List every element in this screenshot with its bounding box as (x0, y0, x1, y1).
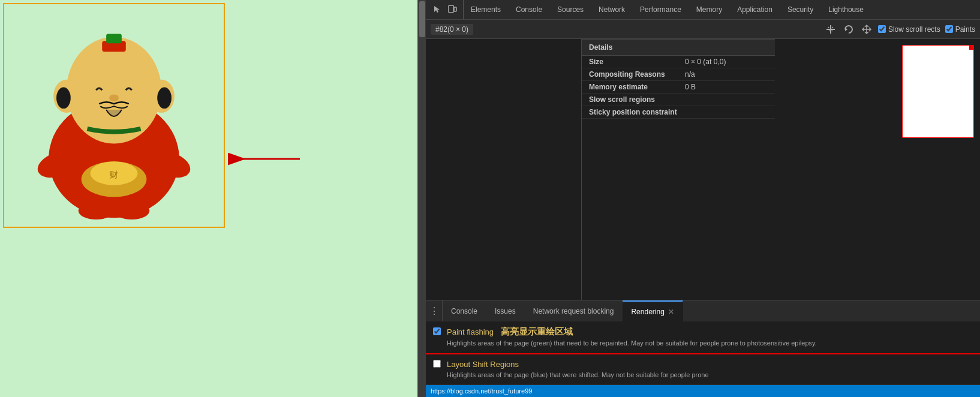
status-bar: https://blog.csdn.net/trust_future99 (426, 385, 980, 397)
bottom-tab-network-request-blocking[interactable]: Network request blocking (525, 300, 623, 321)
svg-point-2 (67, 37, 161, 143)
details-panel: Details Size 0 × 0 (at 0,0) Compositing … (582, 39, 775, 300)
slow-scroll-checkbox[interactable] (878, 25, 886, 33)
paint-flashing-subtitle: Highlights areas of the page (green) tha… (447, 339, 973, 348)
tab-console[interactable]: Console (509, 0, 550, 19)
details-row-memory: Memory estimate 0 B (582, 81, 775, 94)
layout-shift-subtitle: Highlights areas of the page (blue) that… (447, 371, 973, 380)
devtools-topbar: Elements Console Sources Network Perform… (426, 0, 980, 20)
bottom-tabs: ⋮ Console Issues Network request blockin… (426, 300, 980, 321)
preview-box (902, 45, 974, 138)
rendering-tab-close[interactable]: ✕ (668, 308, 674, 316)
svg-point-16 (114, 201, 149, 219)
tab-memory[interactable]: Memory (689, 0, 730, 19)
layout-shift-text: Layout Shift Regions Highlights areas of… (447, 359, 973, 380)
device-icon[interactable] (446, 4, 458, 16)
rotate-icon[interactable] (842, 23, 855, 36)
figurine-image: 财 (4, 4, 224, 227)
devtools-panel: Elements Console Sources Network Perform… (426, 0, 980, 397)
paints-checkbox-label[interactable]: Paints (945, 25, 975, 34)
bottom-tab-issues[interactable]: Issues (486, 300, 525, 321)
svg-rect-19 (449, 5, 453, 13)
bottom-tab-rendering[interactable]: Rendering ✕ (623, 300, 683, 321)
webpage-panel: 财 (0, 0, 426, 397)
layout-shift-checkbox[interactable] (433, 360, 441, 368)
paints-checkbox[interactable] (945, 25, 953, 33)
layout-shift-title: Layout Shift Regions (447, 360, 519, 369)
move-icon[interactable] (860, 23, 873, 36)
paint-flashing-checkbox[interactable] (433, 327, 441, 335)
scrollbar-thumb[interactable] (419, 1, 425, 37)
pan-tool-icon[interactable] (824, 23, 837, 36)
devtools-icon-group (426, 0, 464, 19)
svg-point-8 (56, 88, 71, 109)
frame-tag: #82(0 × 0) (431, 24, 473, 35)
toolbar-controls: Slow scroll rects Paints (824, 23, 975, 36)
paint-flashing-item: Paint flashing 高亮显示重绘区域 Highlights areas… (426, 321, 980, 353)
details-row-sticky: Sticky position constraint (582, 106, 775, 119)
status-url: https://blog.csdn.net/trust_future99 (431, 387, 532, 395)
layer-list[interactable] (426, 39, 582, 300)
layout-shift-item: Layout Shift Regions Highlights areas of… (426, 354, 980, 385)
rendering-panel: Paint flashing 高亮显示重绘区域 Highlights areas… (426, 321, 980, 385)
bottom-tab-console[interactable]: Console (443, 300, 486, 321)
tab-lighthouse[interactable]: Lighthouse (821, 0, 871, 19)
sub-header: #82(0 × 0) Slow (426, 20, 980, 39)
scrollbar[interactable] (417, 0, 426, 397)
paint-flashing-text: Paint flashing 高亮显示重绘区域 Highlights areas… (447, 326, 973, 348)
preview-corner-indicator (969, 45, 974, 50)
svg-rect-20 (454, 7, 456, 11)
slow-scroll-checkbox-label[interactable]: Slow scroll rects (878, 25, 940, 34)
svg-marker-21 (845, 28, 847, 31)
svg-text:财: 财 (110, 170, 118, 179)
tab-security[interactable]: Security (780, 0, 821, 19)
svg-point-9 (157, 88, 172, 109)
svg-point-15 (79, 201, 114, 219)
chinese-text-overlay: 高亮显示重绘区域 (501, 326, 573, 338)
figurine-svg: 财 (4, 3, 224, 228)
right-content: Details Size 0 × 0 (at 0,0) Compositing … (582, 39, 980, 300)
preview-area (775, 39, 980, 300)
tab-application[interactable]: Application (730, 0, 780, 19)
main-content: Details Size 0 × 0 (at 0,0) Compositing … (426, 39, 980, 300)
paint-flashing-title: Paint flashing (447, 327, 494, 336)
details-row-slow-scroll: Slow scroll regions (582, 94, 775, 106)
devtools-tabs: Elements Console Sources Network Perform… (464, 0, 871, 19)
red-arrow (222, 150, 300, 168)
webpage-content: 财 (3, 3, 225, 228)
tab-sources[interactable]: Sources (550, 0, 591, 19)
more-tabs-button[interactable]: ⋮ (426, 300, 443, 321)
tab-network[interactable]: Network (591, 0, 633, 19)
tab-elements[interactable]: Elements (464, 0, 509, 19)
details-header: Details (582, 39, 775, 56)
details-table: Size 0 × 0 (at 0,0) Compositing Reasons … (582, 56, 775, 119)
svg-point-5 (109, 94, 119, 101)
details-row-size: Size 0 × 0 (at 0,0) (582, 56, 775, 68)
svg-rect-4 (106, 34, 122, 43)
cursor-icon[interactable] (431, 4, 443, 16)
tab-performance[interactable]: Performance (633, 0, 689, 19)
details-row-compositing: Compositing Reasons n/a (582, 68, 775, 81)
